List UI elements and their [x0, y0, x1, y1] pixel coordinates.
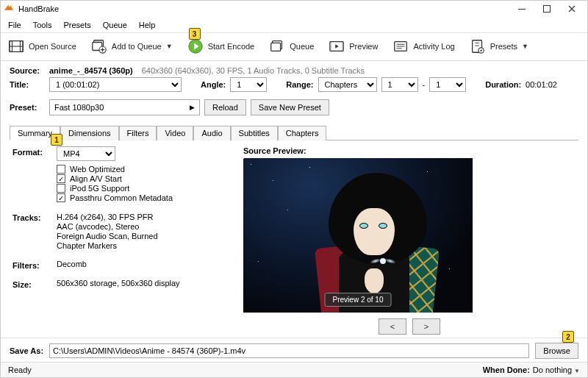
add-to-queue-button[interactable]: Add to Queue ▼ [84, 35, 180, 57]
track-line: H.264 (x264), 30 FPS PFR [57, 213, 158, 221]
start-encode-button[interactable]: Start Encode 3 [180, 35, 262, 57]
film-icon [8, 38, 24, 54]
track-line: Foreign Audio Scan, Burned [57, 232, 158, 240]
callout-2: 2 [562, 331, 574, 343]
when-done-dropdown[interactable]: Do nothing▼ [533, 365, 580, 374]
tab-subtitles[interactable]: Subtitles [231, 126, 278, 140]
when-done-value: Do nothing [533, 365, 572, 374]
save-as-row: Save As: Browse 2 [1, 338, 587, 362]
svg-rect-2 [544, 6, 551, 13]
preview-prev-button[interactable]: < [379, 318, 406, 335]
svg-rect-12 [271, 43, 281, 51]
angle-select[interactable]: 1 [230, 77, 267, 92]
play-icon [187, 38, 204, 54]
tracks-list: H.264 (x264), 30 FPS PFR AAC (avcodec), … [57, 212, 158, 251]
preview-counter: Preview 2 of 10 [325, 293, 392, 307]
browse-button[interactable]: Browse [535, 343, 578, 359]
range-to-select[interactable]: 1 [429, 77, 466, 92]
duration-label: Duration: [485, 80, 521, 89]
track-line: AAC (avcodec), Stereo [57, 222, 158, 231]
app-title: HandBrake [18, 4, 59, 13]
align-av-label: Align A/V Start [70, 174, 122, 183]
reload-preset-button[interactable]: Reload [204, 99, 246, 115]
size-label: Size: [12, 279, 57, 289]
source-preview-image: Preview 2 of 10 [243, 158, 473, 313]
window: HandBrake File Tools Presets Queue Help … [0, 0, 588, 378]
tab-filters[interactable]: Filters [119, 126, 157, 140]
svg-rect-1 [518, 9, 526, 10]
format-select[interactable]: MP4 [57, 146, 115, 161]
title-label: Title: [10, 80, 45, 89]
queue-label: Queue [290, 42, 314, 51]
align-av-checkbox[interactable]: ✓Align A/V Start [57, 174, 173, 183]
filters-label: Filters: [12, 260, 57, 270]
preset-value: Fast 1080p30 [54, 103, 104, 112]
summary-left: Format: MP4 Web Optimized ✓Align A/V Sta… [12, 146, 233, 335]
app-icon [4, 4, 14, 14]
queue-icon [269, 38, 285, 54]
range-dash: - [423, 80, 426, 89]
menu-tools[interactable]: Tools [27, 18, 58, 32]
callout-1: 1 [51, 134, 62, 146]
status-text: Ready [8, 365, 32, 374]
preview-icon [329, 38, 345, 54]
tab-chapters[interactable]: Chapters [278, 126, 327, 140]
when-done-label: When Done: [483, 365, 530, 374]
add-to-queue-label: Add to Queue [112, 42, 162, 51]
tab-video[interactable]: Video [157, 126, 193, 140]
save-as-input[interactable] [49, 343, 529, 358]
presets-label: Presets [490, 42, 517, 51]
preview-label: Preview [349, 42, 378, 51]
web-optimized-checkbox[interactable]: Web Optimized [57, 165, 173, 174]
preset-label: Preset: [10, 103, 45, 112]
activity-log-icon [392, 38, 409, 54]
start-encode-label: Start Encode [208, 42, 255, 51]
source-preview-title: Source Preview: [243, 146, 576, 155]
passthru-label: Passthru Common Metadata [70, 193, 173, 202]
source-section: Source: anime_-_84574 (360p) 640x360 (64… [1, 61, 587, 121]
presets-button[interactable]: Presets ▼ [462, 35, 536, 57]
save-new-preset-button[interactable]: Save New Preset [251, 99, 329, 115]
source-meta: 640x360 (640x360), 30 FPS, 1 Audio Track… [142, 66, 365, 75]
menu-help[interactable]: Help [133, 18, 162, 32]
summary-panel: Format: MP4 Web Optimized ✓Align A/V Sta… [10, 140, 578, 338]
range-label: Range: [286, 80, 313, 89]
preview-next-button[interactable]: > [412, 318, 440, 335]
range-from-select[interactable]: 1 [381, 77, 418, 92]
maximize-button[interactable] [534, 1, 559, 16]
title-select[interactable]: 1 (00:01:02) [49, 77, 182, 92]
angle-label: Angle: [201, 80, 226, 89]
minimize-button[interactable] [509, 1, 534, 16]
preset-picker[interactable]: Fast 1080p30 ▶ [49, 99, 200, 115]
statusbar: Ready When Done: Do nothing▼ [1, 362, 587, 377]
track-line: Chapter Markers [57, 241, 158, 250]
close-button[interactable] [559, 1, 584, 16]
open-source-label: Open Source [29, 42, 76, 51]
menu-presets[interactable]: Presets [57, 18, 96, 32]
callout-3: 3 [189, 28, 201, 40]
ipod-label: iPod 5G Support [70, 184, 129, 193]
source-name: anime_-_84574 (360p) [49, 66, 133, 75]
save-as-label: Save As: [10, 346, 43, 355]
passthru-checkbox[interactable]: ✓Passthru Common Metadata [57, 193, 173, 202]
svg-rect-15 [342, 42, 344, 51]
menu-file[interactable]: File [2, 18, 27, 32]
preview-button[interactable]: Preview [321, 35, 385, 57]
summary-right: Source Preview: Preview 2 of 10 < > [243, 146, 576, 335]
queue-button[interactable]: Queue [262, 35, 321, 57]
menu-queue[interactable]: Queue [97, 18, 133, 32]
range-type-select[interactable]: Chapters [318, 77, 377, 92]
tracks-label: Tracks: [12, 212, 57, 222]
ipod-checkbox[interactable]: iPod 5G Support [57, 184, 173, 193]
duration-value: 00:01:02 [526, 80, 557, 89]
open-source-button[interactable]: Open Source [1, 35, 84, 57]
chevron-down-icon: ▼ [166, 43, 173, 50]
activity-log-label: Activity Log [413, 42, 454, 51]
activity-log-button[interactable]: Activity Log [385, 35, 462, 57]
tab-dimensions[interactable]: Dimensions [60, 126, 118, 140]
tabbar: Summary Dimensions Filters Video Audio S… [10, 125, 578, 140]
chevron-down-icon: ▼ [574, 368, 580, 374]
source-label: Source: [10, 66, 45, 75]
tab-audio[interactable]: Audio [193, 126, 230, 140]
menubar: File Tools Presets Queue Help [1, 18, 587, 33]
